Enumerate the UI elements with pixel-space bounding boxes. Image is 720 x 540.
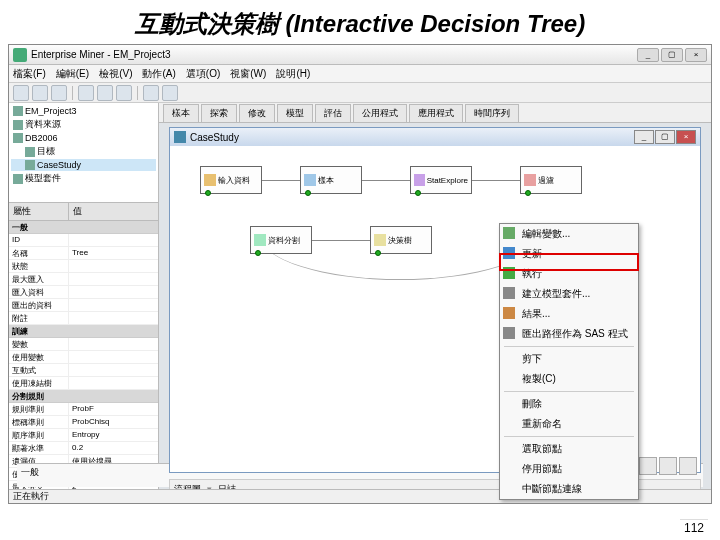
prop-row[interactable]: 狀態 xyxy=(9,260,158,273)
prop-name: 最大匯入 xyxy=(9,273,69,285)
prop-value: ProbChisq xyxy=(69,416,112,428)
context-menu-item[interactable]: 結果... xyxy=(500,304,638,324)
tree-item[interactable]: DB2006 xyxy=(11,132,156,144)
minimize-button[interactable]: _ xyxy=(637,48,659,62)
tb-run-icon[interactable] xyxy=(143,85,159,101)
prop-row[interactable]: 匯入資料 xyxy=(9,286,158,299)
zoom-in-icon[interactable] xyxy=(639,457,657,475)
tab[interactable]: 修改 xyxy=(239,104,275,122)
context-menu-item[interactable]: 選取節點 xyxy=(500,439,638,459)
menu-action[interactable]: 動作(A) xyxy=(142,67,175,81)
prop-row[interactable]: 互動式 xyxy=(9,364,158,377)
flow-node[interactable]: 過濾 xyxy=(520,166,582,194)
tab[interactable]: 評估 xyxy=(315,104,351,122)
flow-node[interactable]: StatExplore xyxy=(410,166,472,194)
prop-name: 使用凍結樹 xyxy=(9,377,69,389)
context-menu-item[interactable]: 停用節點 xyxy=(500,459,638,479)
tree-item[interactable]: 模型套件 xyxy=(11,171,156,186)
tab[interactable]: 應用程式 xyxy=(409,104,463,122)
tb-new-icon[interactable] xyxy=(13,85,29,101)
menu-item-icon xyxy=(503,307,515,319)
context-menu-item[interactable]: 編輯變數... xyxy=(500,224,638,244)
prop-name: 匯出的資料 xyxy=(9,299,69,311)
status-dot-icon xyxy=(205,190,211,196)
prop-name: ID xyxy=(9,234,69,246)
maximize-button[interactable]: ▢ xyxy=(661,48,683,62)
tb-stop-icon[interactable] xyxy=(162,85,178,101)
context-menu-item[interactable]: 刪除 xyxy=(500,394,638,414)
prop-row[interactable]: 使用凍結樹 xyxy=(9,377,158,390)
tree-item[interactable]: 目標 xyxy=(11,144,156,159)
prop-row[interactable]: 標稱準則ProbChisq xyxy=(9,416,158,429)
zoom-100-icon[interactable] xyxy=(679,457,697,475)
tab[interactable]: 樣本 xyxy=(163,104,199,122)
inner-minimize-button[interactable]: _ xyxy=(634,130,654,144)
prop-name: 互動式 xyxy=(9,364,69,376)
context-menu-item[interactable]: 匯出路徑作為 SAS 程式 xyxy=(500,324,638,344)
status-dot-icon xyxy=(305,190,311,196)
prop-value xyxy=(69,299,75,311)
menu-window[interactable]: 視窗(W) xyxy=(230,67,266,81)
node-icon xyxy=(204,174,216,186)
menu-options[interactable]: 選項(O) xyxy=(186,67,220,81)
flow-node[interactable]: 輸入資料 xyxy=(200,166,262,194)
context-menu-item[interactable]: 建立模型套件... xyxy=(500,284,638,304)
menu-edit[interactable]: 編輯(E) xyxy=(56,67,89,81)
tb-open-icon[interactable] xyxy=(32,85,48,101)
node-icon xyxy=(524,174,536,186)
node-label: 資料分割 xyxy=(268,235,300,246)
prop-name: 顯著水準 xyxy=(9,442,69,454)
prop-row[interactable]: 使用變數 xyxy=(9,351,158,364)
prop-row[interactable]: 顯著水準0.2 xyxy=(9,442,158,455)
tab[interactable]: 探索 xyxy=(201,104,237,122)
context-menu-item[interactable]: 中斷節點連線 xyxy=(500,479,638,499)
context-menu-item[interactable]: 重新命名 xyxy=(500,414,638,434)
tree-label: EM_Project3 xyxy=(25,106,77,116)
zoom-out-icon[interactable] xyxy=(659,457,677,475)
canvas-container: CaseStudy _ ▢ × 輸入資料樣本StatExplore過濾 xyxy=(159,123,711,503)
prop-name: 附註 xyxy=(9,312,69,324)
prop-row[interactable]: 附註 xyxy=(9,312,158,325)
flow-node[interactable]: 決策樹 xyxy=(370,226,432,254)
tb-cut-icon[interactable] xyxy=(78,85,94,101)
prop-row[interactable]: 順序準則Entropy xyxy=(9,429,158,442)
menu-file[interactable]: 檔案(F) xyxy=(13,67,46,81)
menu-view[interactable]: 檢視(V) xyxy=(99,67,132,81)
prop-row[interactable]: ID xyxy=(9,234,158,247)
prop-value xyxy=(69,351,75,363)
inner-maximize-button[interactable]: ▢ xyxy=(655,130,675,144)
prop-row[interactable]: 名稱Tree xyxy=(9,247,158,260)
prop-row[interactable]: 最大匯入 xyxy=(9,273,158,286)
folder-icon xyxy=(13,120,23,130)
tab[interactable]: 公用程式 xyxy=(353,104,407,122)
prop-row[interactable]: 規則準則ProbF xyxy=(9,403,158,416)
prop-row[interactable]: 匯出的資料 xyxy=(9,299,158,312)
menu-item-icon xyxy=(503,327,515,339)
prop-value xyxy=(69,338,75,350)
prop-row[interactable]: 變數 xyxy=(9,338,158,351)
folder-icon xyxy=(25,160,35,170)
context-menu-item[interactable]: 複製(C) xyxy=(500,369,638,389)
property-table[interactable]: 一般ID名稱Tree狀態最大匯入匯入資料匯出的資料附註訓練變數使用變數互動式使用… xyxy=(9,221,158,503)
flow-node[interactable]: 資料分割 xyxy=(250,226,312,254)
tb-copy-icon[interactable] xyxy=(97,85,113,101)
tb-save-icon[interactable] xyxy=(51,85,67,101)
inner-close-button[interactable]: × xyxy=(676,130,696,144)
tab[interactable]: 模型 xyxy=(277,104,313,122)
tree-item[interactable]: CaseStudy xyxy=(11,159,156,171)
tree-item[interactable]: EM_Project3 xyxy=(11,105,156,117)
tree-item[interactable]: 資料來源 xyxy=(11,117,156,132)
tab[interactable]: 時間序列 xyxy=(465,104,519,122)
status-dot-icon xyxy=(375,250,381,256)
prop-name: 匯入資料 xyxy=(9,286,69,298)
project-tree[interactable]: EM_Project3資料來源DB2006目標CaseStudy模型套件 xyxy=(9,103,158,203)
context-menu-item[interactable]: 剪下 xyxy=(500,349,638,369)
close-button[interactable]: × xyxy=(685,48,707,62)
flow-node[interactable]: 樣本 xyxy=(300,166,362,194)
tb-paste-icon[interactable] xyxy=(116,85,132,101)
menu-separator xyxy=(504,436,634,437)
folder-icon xyxy=(13,106,23,116)
menu-item-icon xyxy=(503,227,515,239)
folder-icon xyxy=(25,147,35,157)
menu-help[interactable]: 說明(H) xyxy=(276,67,310,81)
